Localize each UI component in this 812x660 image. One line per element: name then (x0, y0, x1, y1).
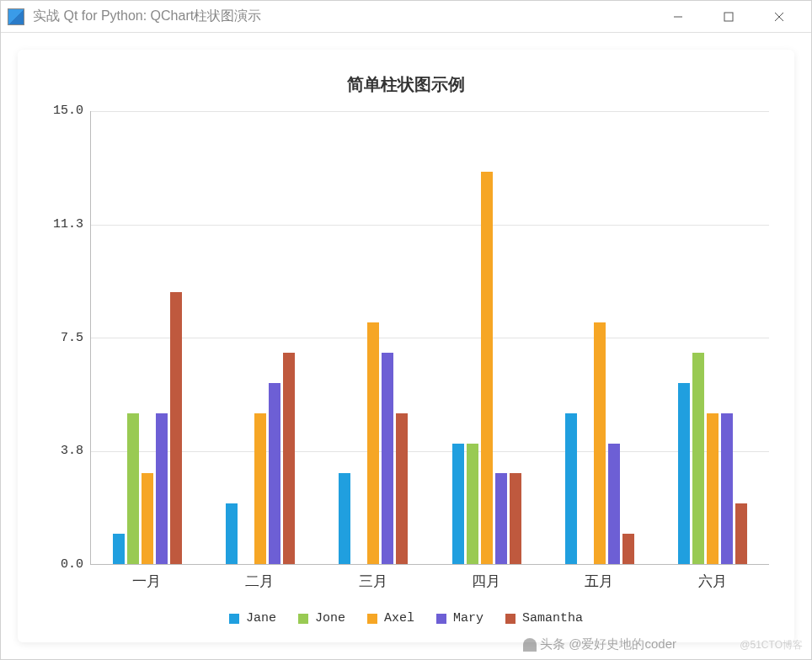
legend-swatch (505, 614, 516, 624)
watermark-author-text: 头条 @爱好史地的coder (540, 636, 676, 651)
legend-item: Axel (367, 611, 414, 625)
bar (735, 503, 747, 564)
bar (510, 473, 521, 564)
bar-group (430, 111, 543, 564)
x-tick: 五月 (542, 565, 655, 591)
legend-item: Jane (229, 611, 276, 625)
watermark-author: 头条 @爱好史地的coder (523, 636, 676, 652)
bar (452, 444, 464, 564)
bar (396, 413, 408, 564)
chart-title: 简单柱状图示例 (43, 73, 769, 96)
bar (678, 383, 690, 564)
minimize-button[interactable] (653, 1, 703, 33)
bar-group (656, 111, 769, 564)
app-window: 实战 Qt for Python: QChart柱状图演示 简单柱状图示例 15… (0, 0, 812, 660)
bar-group (317, 111, 430, 564)
watermark-site: @51CTO博客 (740, 638, 803, 652)
y-axis: 15.0 11.3 7.5 3.8 0.0 (43, 111, 90, 565)
legend-label: Mary (453, 611, 483, 625)
x-tick: 四月 (430, 565, 542, 591)
bar (707, 413, 719, 564)
legend-swatch (436, 614, 446, 624)
maximize-icon (723, 11, 735, 23)
content-area: 简单柱状图示例 15.0 11.3 7.5 3.8 0.0 一月二月三月四 (1, 33, 811, 659)
titlebar: 实战 Qt for Python: QChart柱状图演示 (1, 1, 811, 33)
legend-item: Jone (298, 611, 345, 625)
close-icon (773, 11, 785, 23)
legend-swatch (298, 614, 308, 624)
minimize-icon (672, 11, 684, 23)
bar (127, 413, 139, 564)
legend-swatch (229, 614, 239, 624)
legend: JaneJoneAxelMarySamantha (43, 611, 769, 625)
x-tick: 一月 (90, 565, 203, 591)
x-tick: 三月 (317, 565, 430, 591)
legend-label: Jone (315, 611, 345, 625)
legend-label: Axel (384, 611, 414, 625)
bar (495, 473, 507, 564)
bar (622, 534, 634, 564)
bar (283, 353, 295, 564)
maximize-button[interactable] (703, 1, 754, 33)
bar (254, 413, 266, 564)
bar-group (543, 111, 656, 564)
bar-group (204, 111, 317, 564)
bar-group (91, 111, 204, 564)
bar (594, 322, 606, 564)
legend-label: Samantha (522, 611, 583, 625)
close-button[interactable] (754, 1, 804, 33)
window-title: 实战 Qt for Python: QChart柱状图演示 (33, 8, 653, 25)
chart-panel: 简单柱状图示例 15.0 11.3 7.5 3.8 0.0 一月二月三月四 (18, 50, 794, 642)
bar (142, 473, 153, 564)
bar (692, 353, 704, 564)
bar (226, 503, 238, 564)
bar (113, 534, 125, 564)
bar (467, 444, 478, 564)
legend-label: Jane (246, 611, 276, 625)
bar (269, 383, 280, 564)
x-axis: 一月二月三月四月五月六月 (90, 565, 769, 591)
bar-groups (91, 111, 769, 564)
window-controls (653, 1, 804, 33)
bar (156, 413, 168, 564)
bar (170, 292, 182, 564)
bar (382, 353, 393, 564)
legend-swatch (367, 614, 377, 624)
plot-wrapper: 15.0 11.3 7.5 3.8 0.0 (43, 111, 769, 565)
bar (481, 172, 493, 564)
bar (339, 473, 350, 564)
app-icon (8, 8, 24, 25)
x-tick: 六月 (656, 565, 769, 591)
bar (721, 413, 733, 564)
plot-area (90, 111, 769, 565)
legend-item: Mary (436, 611, 483, 625)
avatar-icon (523, 638, 537, 652)
legend-item: Samantha (505, 611, 583, 625)
x-tick: 二月 (203, 565, 316, 591)
bar (367, 322, 379, 564)
bar (608, 444, 620, 564)
bar (565, 413, 577, 564)
svg-rect-1 (724, 13, 733, 21)
